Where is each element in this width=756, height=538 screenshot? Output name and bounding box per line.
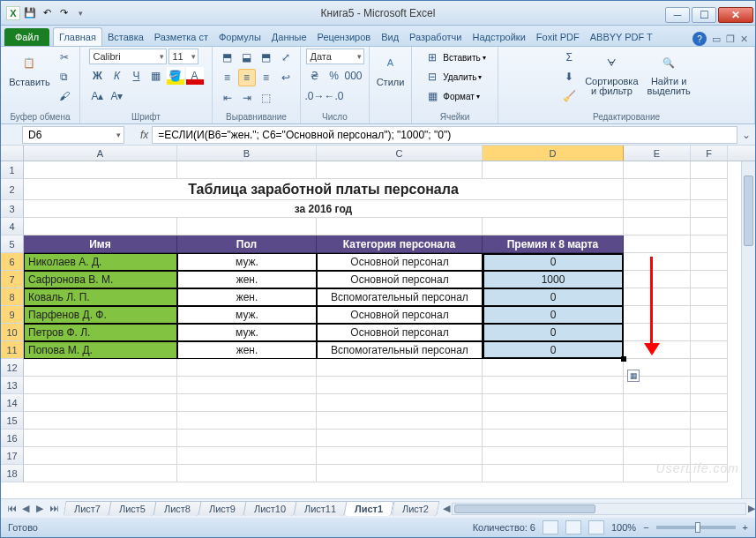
- col-header-D[interactable]: D: [483, 146, 624, 161]
- minimize-button[interactable]: ─: [665, 7, 690, 23]
- delete-cells-button[interactable]: ⊟Удалить▾: [423, 68, 482, 86]
- row-header[interactable]: 12: [1, 359, 24, 377]
- row-header[interactable]: 14: [1, 394, 24, 412]
- row-header[interactable]: 17: [1, 447, 24, 465]
- file-tab[interactable]: Файл: [4, 28, 49, 46]
- font-name-combo[interactable]: Calibri: [89, 49, 167, 64]
- row-header[interactable]: 5: [1, 235, 24, 253]
- orientation-icon[interactable]: ⤢: [277, 49, 295, 66]
- fill-icon[interactable]: ⬇: [560, 68, 578, 86]
- cut-icon[interactable]: ✂: [56, 49, 73, 66]
- format-cells-button[interactable]: ▦Формат▾: [423, 87, 480, 105]
- view-page-layout-button[interactable]: [565, 520, 581, 534]
- bold-button[interactable]: Ж: [89, 67, 107, 85]
- save-icon[interactable]: 💾: [23, 6, 37, 20]
- zoom-slider[interactable]: [656, 526, 736, 529]
- col-header-F[interactable]: F: [691, 146, 728, 161]
- row-header[interactable]: 10: [1, 324, 24, 341]
- decrease-decimal-icon[interactable]: ←.0: [326, 87, 343, 105]
- row-header[interactable]: 8: [1, 288, 24, 306]
- font-color-button[interactable]: A: [186, 67, 204, 85]
- sheet-tab[interactable]: Лист10: [243, 501, 297, 516]
- number-format-combo[interactable]: Дата: [306, 49, 364, 64]
- align-top-icon[interactable]: ⬒: [219, 49, 236, 66]
- qat-more-icon[interactable]: ▾: [73, 6, 87, 20]
- zoom-in-button[interactable]: +: [743, 522, 748, 533]
- tab-data[interactable]: Данные: [266, 28, 312, 46]
- grow-font-icon[interactable]: A▴: [89, 87, 107, 105]
- tab-foxit[interactable]: Foxit PDF: [531, 28, 585, 46]
- currency-icon[interactable]: ₴: [306, 67, 324, 85]
- sheet-tab[interactable]: Лист8: [153, 501, 202, 516]
- fx-icon[interactable]: fx: [140, 129, 148, 141]
- align-left-icon[interactable]: ≡: [219, 69, 236, 86]
- fill-color-button[interactable]: 🪣: [167, 67, 184, 85]
- view-page-break-button[interactable]: [588, 520, 604, 534]
- formula-input[interactable]: =ЕСЛИ(И(B6="жен."; C6="Основной персонал…: [152, 126, 737, 144]
- col-header-A[interactable]: A: [24, 146, 177, 161]
- paste-button[interactable]: 📋 Вставить: [7, 49, 52, 89]
- horizontal-scrollbar[interactable]: ◀ ▶: [443, 503, 755, 515]
- merge-icon[interactable]: ⬚: [258, 89, 275, 107]
- help-icon[interactable]: ?: [692, 32, 707, 46]
- vertical-scrollbar[interactable]: [741, 161, 755, 498]
- shrink-font-icon[interactable]: A▾: [109, 87, 126, 105]
- tab-addins[interactable]: Надстройки: [467, 28, 530, 46]
- row-header[interactable]: 4: [1, 218, 24, 235]
- select-all-corner[interactable]: [1, 146, 24, 161]
- underline-button[interactable]: Ч: [128, 67, 146, 85]
- copy-icon[interactable]: ⧉: [56, 68, 73, 86]
- decrease-indent-icon[interactable]: ⇤: [219, 89, 236, 107]
- increase-indent-icon[interactable]: ⇥: [238, 89, 256, 107]
- row-header[interactable]: 7: [1, 271, 24, 288]
- col-header-E[interactable]: E: [624, 146, 691, 161]
- align-middle-icon[interactable]: ⬓: [238, 49, 256, 66]
- row-header[interactable]: 6: [1, 253, 24, 271]
- row-header[interactable]: 9: [1, 306, 24, 324]
- col-header-C[interactable]: C: [317, 146, 483, 161]
- tab-developer[interactable]: Разработчи: [404, 28, 467, 46]
- sort-filter-button[interactable]: ᗄ Сортировкаи фильтр: [583, 49, 640, 98]
- align-bottom-icon[interactable]: ⬒: [258, 49, 275, 66]
- tab-page-layout[interactable]: Разметка ст: [149, 28, 213, 46]
- sheet-nav-arrows[interactable]: ⏮◀▶⏭: [4, 503, 61, 514]
- expand-formula-bar-icon[interactable]: ⌄: [737, 129, 755, 141]
- sheet-tab[interactable]: Лист2: [391, 501, 439, 516]
- font-size-combo[interactable]: 11: [168, 49, 198, 64]
- tab-home[interactable]: Главная: [53, 27, 102, 46]
- fill-handle[interactable]: [621, 356, 626, 362]
- clear-icon[interactable]: 🧹: [560, 87, 578, 105]
- zoom-out-button[interactable]: −: [643, 522, 648, 533]
- restore-window-icon[interactable]: ❐: [726, 34, 735, 45]
- row-header[interactable]: 13: [1, 377, 24, 394]
- row-header[interactable]: 15: [1, 412, 24, 430]
- close-workbook-icon[interactable]: ✕: [740, 34, 748, 45]
- sheet-tab[interactable]: Лист5: [109, 501, 157, 516]
- autosum-icon[interactable]: Σ: [560, 49, 578, 66]
- wrap-text-icon[interactable]: ↩: [277, 69, 295, 86]
- autofill-options-icon[interactable]: ▦: [627, 370, 640, 382]
- sheet-tab[interactable]: Лист7: [64, 501, 112, 516]
- col-header-B[interactable]: B: [177, 146, 317, 161]
- comma-icon[interactable]: 000: [345, 67, 363, 85]
- find-select-button[interactable]: 🔍 Найти ивыделить: [646, 49, 692, 98]
- sheet-tab[interactable]: Лист11: [294, 501, 348, 516]
- align-center-icon[interactable]: ≡: [238, 69, 256, 86]
- percent-icon[interactable]: %: [326, 67, 343, 85]
- row-header[interactable]: 11: [1, 341, 24, 359]
- sheet-tab-active[interactable]: Лист1: [344, 501, 394, 516]
- styles-button[interactable]: A Стили: [375, 49, 407, 89]
- row-header[interactable]: 16: [1, 430, 24, 447]
- row-header[interactable]: 18: [1, 465, 24, 482]
- tab-abbyy[interactable]: ABBYY PDF T: [585, 28, 658, 46]
- row-header[interactable]: 2: [1, 179, 24, 200]
- maximize-button[interactable]: ☐: [692, 7, 716, 23]
- undo-icon[interactable]: ↶: [40, 6, 54, 20]
- tab-insert[interactable]: Вставка: [102, 28, 149, 46]
- tab-view[interactable]: Вид: [376, 28, 404, 46]
- row-header[interactable]: 1: [1, 161, 24, 179]
- view-normal-button[interactable]: [543, 520, 558, 534]
- close-button[interactable]: ✕: [718, 7, 753, 23]
- grid-rows[interactable]: 1 2 Таблица заработной платы персонала 3…: [1, 161, 755, 498]
- format-painter-icon[interactable]: 🖌: [56, 87, 73, 105]
